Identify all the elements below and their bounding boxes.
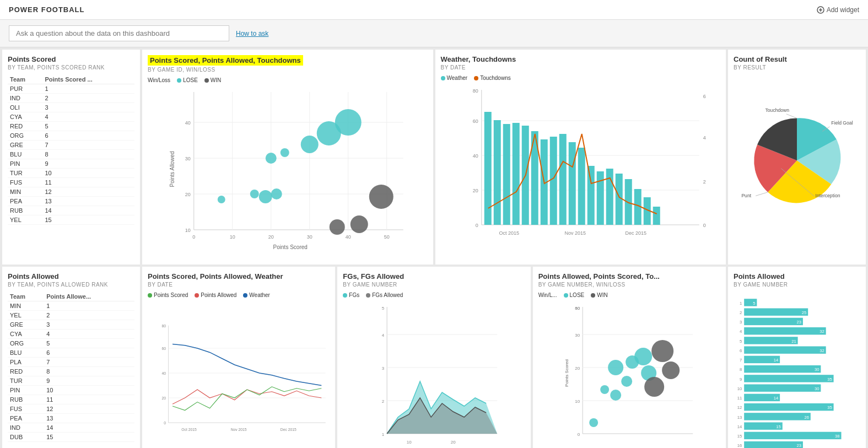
svg-text:2: 2 [382,399,385,404]
wtd-legend: Weather Touchdowns [441,75,721,81]
svg-point-226 [634,348,652,365]
fgs-t: FGs, FGs Allowed [343,272,525,280]
svg-text:20: 20 [451,440,456,445]
team-cell: MIN [8,301,44,311]
svg-rect-168 [596,171,603,225]
th-pts: Points Scored ... [43,75,135,84]
pa-cell: 2 [44,311,134,320]
svg-text:3: 3 [382,366,385,371]
svg-rect-267 [744,384,821,391]
score-cell: 2 [43,94,135,103]
sc-sub: BY GAME ID, WIN/LOSS [148,67,428,73]
cor-svg: Field Goal Touchdown Punt Interception [734,75,860,251]
svg-point-137 [271,188,282,199]
svg-text:14: 14 [774,358,779,363]
lose-lbl: LOSE [177,77,198,83]
table-row: FUS12 [8,404,134,414]
table-row: RED5 [8,122,134,131]
cor-sub: BY RESULT [734,64,860,71]
svg-text:11: 11 [737,396,742,401]
table-row: PIN9 [8,159,134,169]
pab-widget: Points Allowed BY GAME NUMBER 1522532343… [728,267,866,448]
team-cell: CYA [8,330,44,339]
table-row: YEL15 [8,215,134,225]
team-cell: PEA [8,197,43,206]
fgs-li1: FGs [343,292,359,298]
table-row: GRE3 [8,320,134,330]
svg-rect-243 [744,308,808,315]
team-cell: MIN [8,187,43,197]
svg-rect-166 [578,148,585,225]
svg-line-181 [786,114,797,118]
svg-text:40: 40 [185,120,191,126]
svg-text:30: 30 [307,234,312,240]
team-cell: PLA [8,358,44,367]
td-li: Touchdowns [474,75,511,81]
svg-text:10: 10 [185,228,191,233]
team-cell: ORG [8,339,44,348]
svg-rect-169 [606,169,613,225]
svg-text:26: 26 [804,415,809,420]
svg-rect-276 [744,413,811,420]
pa-table: TeamPoints Allowe... MIN1YEL2GRE3CYA4ORG… [8,292,134,442]
svg-text:2: 2 [703,179,705,185]
fgs-s: BY GAME NUMBER [343,282,525,288]
svg-point-138 [218,196,225,203]
svg-text:4: 4 [382,333,385,338]
svg-text:8: 8 [740,368,742,373]
team-cell: ORG [8,131,43,141]
team-cell: TUR [8,376,44,386]
team-cell: RUB [8,206,43,215]
lc-weather: Weather [243,292,270,298]
table-row: MIN1 [8,301,134,311]
svg-text:1: 1 [740,301,742,306]
pa-cell: 8 [44,367,134,376]
svg-rect-157 [493,120,500,225]
header: POWER FOOTBALL Add widget [0,0,868,20]
team-cell: PIN [8,159,43,169]
add-widget-label: Add widget [827,6,859,14]
table-row: TUR10 [8,169,134,178]
svg-text:21: 21 [791,339,796,344]
svg-text:0: 0 [164,421,166,425]
svg-rect-282 [744,432,841,439]
svg-text:40: 40 [472,153,478,159]
svg-text:20: 20 [268,234,274,240]
pa-cell: 5 [44,339,134,348]
pa-th-team: Team [8,292,44,301]
svg-text:15: 15 [776,424,781,429]
lc-title: Points Scored, Points Allowed, Weather [148,272,330,280]
svg-text:38: 38 [835,434,840,439]
wtd-svg: 0 20 40 60 80 0 2 4 6 [441,84,721,255]
team-cell: CYA [8,112,43,122]
svg-text:20: 20 [185,192,191,197]
score-cell: 8 [43,150,135,159]
search-input[interactable] [9,25,229,41]
svg-text:5: 5 [740,339,742,344]
sc-svg: 10 20 30 40 0 10 20 30 40 50 Points Scor… [148,87,428,257]
svg-text:0: 0 [192,234,195,240]
add-widget-button[interactable]: Add widget [817,6,859,14]
svg-text:6: 6 [703,94,705,99]
svg-text:30: 30 [575,333,580,338]
svg-rect-252 [744,337,797,344]
score-cell: 6 [43,131,135,141]
table-row: ORG6 [8,131,134,141]
how-to-ask-link[interactable]: How to ask [236,30,268,37]
svg-text:60: 60 [472,118,478,124]
score-cell: 5 [43,122,135,131]
table-row: GRE7 [8,141,134,150]
pa-cell: 12 [44,404,134,414]
svg-text:Nov 2015: Nov 2015 [231,428,247,431]
svg-text:Oct 2015: Oct 2015 [499,230,519,236]
team-cell: PUR [8,84,43,94]
table-row: RUB11 [8,395,134,404]
svg-rect-165 [568,142,575,225]
svg-text:20: 20 [162,396,166,400]
sc2-title: Points Allowed, Points Scored, To... [538,272,720,280]
table-row: PEA13 [8,197,134,206]
lc-widget: Points Scored, Points Allowed, Weather B… [142,267,335,448]
svg-text:10: 10 [737,386,742,391]
team-cell: YEL [8,215,43,225]
table-row: MIN12 [8,187,134,197]
